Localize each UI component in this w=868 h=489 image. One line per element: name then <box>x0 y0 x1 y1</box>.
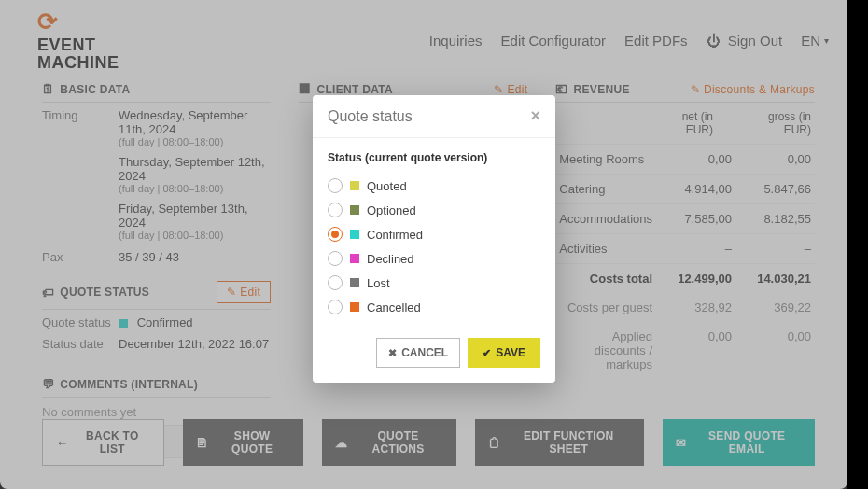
status-option-cancelled[interactable]: Cancelled <box>328 295 540 319</box>
col-gross: gross (in EUR) <box>750 110 811 136</box>
close-icon: ✖ <box>388 347 397 359</box>
top-nav: Inquiries Edit Configurator Edit PDFs ⏻ … <box>429 33 829 49</box>
status-option-lost[interactable]: Lost <box>328 271 540 295</box>
revenue-header: 💶︎ REVENUE ✎ Discounts & Markups <box>555 77 815 103</box>
status-option-confirmed[interactable]: Confirmed <box>328 222 540 246</box>
timing-day-3-sub: (full day | 08:00–18:00) <box>119 230 271 241</box>
color-swatch <box>350 230 359 239</box>
cancel-button[interactable]: ✖ CANCEL <box>376 338 460 368</box>
revenue-title: REVENUE <box>574 83 630 96</box>
status-label: Quote status <box>42 315 119 329</box>
status-option-label: Cancelled <box>367 300 421 314</box>
rev-label: Activities <box>559 242 652 256</box>
radio-icon <box>328 300 343 314</box>
quote-actions-button[interactable]: ☁︎ QUOTE ACTIONS <box>322 419 457 466</box>
status-option-label: Optioned <box>367 203 416 217</box>
clipboard-icon: 📋︎ <box>488 436 500 450</box>
rev-pg-label: Costs per guest <box>559 300 652 314</box>
rev-net: 4.914,00 <box>671 182 732 196</box>
radio-icon <box>328 203 343 217</box>
revenue-total: Costs total 12.499,00 14.030,21 <box>555 264 815 293</box>
quote-status-edit[interactable]: ✎ Edit <box>217 281 271 303</box>
client-data-edit[interactable]: ✎ Edit <box>494 83 527 96</box>
rev-gross: 0,00 <box>750 152 811 166</box>
send-quote-email-button[interactable]: ✉︎ SEND QUOTE EMAIL <box>663 419 815 466</box>
send-email-label: SEND QUOTE EMAIL <box>692 429 802 455</box>
modal-close-button[interactable]: × <box>530 106 540 126</box>
show-quote-label: SHOW QUOTE <box>215 429 290 455</box>
revenue-row: Catering 4.914,00 5.847,66 <box>555 175 815 204</box>
show-quote-button[interactable]: 🖹︎ SHOW QUOTE <box>183 419 302 466</box>
quote-status-header: 🏷︎ QUOTE STATUS ✎ Edit <box>42 275 271 310</box>
quote-status-title: QUOTE STATUS <box>60 286 149 299</box>
rev-gross: 5.847,66 <box>750 182 811 196</box>
status-value: Confirmed <box>119 315 271 329</box>
nav-edit-pdfs[interactable]: Edit PDFs <box>624 33 688 49</box>
back-to-list-button[interactable]: ← BACK TO LIST <box>42 419 164 466</box>
nav-signout[interactable]: ⏻ Sign Out <box>707 33 783 49</box>
revenue-column-headers: net (in EUR) gross (in EUR) <box>555 103 815 145</box>
pencil-icon: ✎ <box>494 83 503 96</box>
basic-data-title: BASIC DATA <box>60 83 130 96</box>
revenue-discounts-label: Discounts & Markups <box>704 83 815 96</box>
brand-line2: MACHINE <box>37 54 119 72</box>
status-date-value: December 12th, 2022 16:07 <box>119 337 271 351</box>
chevron-down-icon: ▾ <box>824 35 829 46</box>
nav-inquiries[interactable]: Inquiries <box>429 33 483 49</box>
check-icon: ✔ <box>483 347 491 359</box>
status-date-label: Status date <box>42 337 119 351</box>
rev-total-net: 12.499,00 <box>671 272 732 286</box>
color-swatch <box>350 205 359 215</box>
modal-title: Quote status <box>328 108 413 125</box>
client-data-title: CLIENT DATA <box>316 83 393 96</box>
status-option-optioned[interactable]: Optioned <box>328 198 540 222</box>
pencil-icon: ✎ <box>227 286 236 299</box>
radio-icon <box>328 251 343 266</box>
color-swatch <box>350 254 359 263</box>
color-swatch <box>350 302 359 312</box>
revenue-row: Activities – – <box>555 234 815 264</box>
modal-section-title: Status (current quote version) <box>328 151 540 164</box>
pencil-icon: ✎ <box>691 83 700 96</box>
timing-day-1-sub: (full day | 08:00–18:00) <box>119 136 271 147</box>
quote-status-edit-label: Edit <box>240 286 260 299</box>
rev-pg-gross: 369,22 <box>750 300 811 314</box>
comments-header: 💬︎ COMMENTS (INTERNAL) <box>42 371 271 398</box>
status-option-label: Quoted <box>367 179 407 193</box>
status-option-declined[interactable]: Declined <box>328 246 540 271</box>
rev-label: Meeting Rooms <box>559 152 652 166</box>
arrow-left-icon: ← <box>56 436 68 450</box>
rev-label: Accommodations <box>559 212 652 226</box>
pax-label: Pax <box>42 250 119 264</box>
rev-net: – <box>671 242 732 256</box>
edit-function-sheet-button[interactable]: 📋︎ EDIT FUNCTION SHEET <box>475 419 644 466</box>
status-option-label: Confirmed <box>367 228 423 242</box>
tag-icon: 🏷︎ <box>42 286 54 300</box>
revenue-discounts-link[interactable]: ✎ Discounts & Markups <box>691 83 815 96</box>
radio-icon <box>328 178 343 193</box>
rev-gross: 8.182,55 <box>750 212 811 226</box>
revenue-per-guest: Costs per guest 328,92 369,22 <box>555 293 815 322</box>
app-header: ⟳ EVENT MACHINE Inquiries Edit Configura… <box>0 0 847 77</box>
radio-icon <box>328 227 343 242</box>
nav-configurator[interactable]: Edit Configurator <box>501 33 607 49</box>
status-option-quoted[interactable]: Quoted <box>328 174 540 198</box>
brand-line1: EVENT <box>37 36 119 54</box>
timing-label: Timing <box>42 108 119 122</box>
color-swatch <box>350 181 359 190</box>
rev-net: 7.585,00 <box>671 212 732 226</box>
comment-icon: 💬︎ <box>42 377 54 391</box>
timing-day-3: Friday, September 13th, 2024 <box>119 202 271 230</box>
money-icon: 💶︎ <box>555 82 567 96</box>
revenue-applied: Applied discounts / markups 0,00 0,00 <box>555 322 815 379</box>
back-label: BACK TO LIST <box>74 429 150 455</box>
quote-status-modal: Quote status × Status (current quote ver… <box>313 95 555 383</box>
rev-label: Catering <box>559 182 652 196</box>
brand-logo: ⟳ EVENT MACHINE <box>37 9 119 72</box>
rev-pg-net: 328,92 <box>671 300 732 314</box>
save-button[interactable]: ✔ SAVE <box>468 338 540 368</box>
revenue-row: Accommodations 7.585,00 8.182,55 <box>555 204 815 234</box>
signout-icon: ⏻ <box>707 33 721 49</box>
language-selector[interactable]: EN ▾ <box>801 33 829 49</box>
rev-total-label: Costs total <box>559 272 652 286</box>
